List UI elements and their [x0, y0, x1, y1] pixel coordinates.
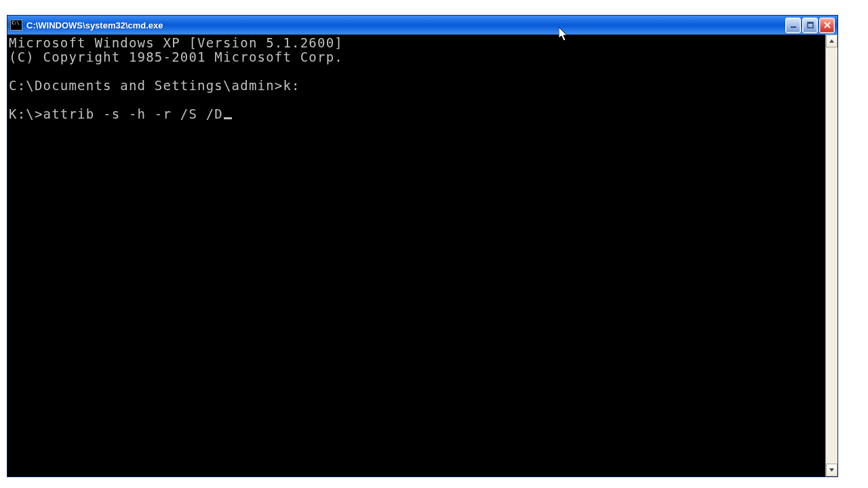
- terminal-input[interactable]: attrib -s -h -r /S /D: [43, 106, 223, 121]
- terminal-line: Microsoft Windows XP [Version 5.1.2600]: [9, 36, 824, 50]
- titlebar[interactable]: C:\ C:\WINDOWS\system32\cmd.exe: [7, 16, 837, 35]
- cmd-window: C:\ C:\WINDOWS\system32\cmd.exe Microsof…: [7, 15, 838, 477]
- close-button[interactable]: [819, 18, 835, 33]
- terminal-line: (C) Copyright 1985-2001 Microsoft Corp.: [9, 50, 824, 64]
- scroll-down-button[interactable]: [826, 464, 837, 476]
- window-controls: [785, 18, 835, 33]
- window-title: C:\WINDOWS\system32\cmd.exe: [26, 20, 785, 30]
- terminal-output[interactable]: Microsoft Windows XP [Version 5.1.2600](…: [7, 35, 825, 476]
- scrollbar-track[interactable]: [826, 47, 837, 464]
- terminal-line: [9, 93, 824, 107]
- terminal-line: [9, 64, 824, 79]
- terminal-line: C:\Documents and Settings\admin>k:: [9, 79, 824, 93]
- terminal-prompt: K:\>: [9, 106, 43, 121]
- terminal-active-line[interactable]: K:\>attrib -s -h -r /S /D: [9, 107, 824, 121]
- vertical-scrollbar[interactable]: [825, 35, 837, 476]
- terminal-cursor: [224, 117, 232, 119]
- client-area: Microsoft Windows XP [Version 5.1.2600](…: [7, 35, 837, 476]
- maximize-button[interactable]: [802, 18, 818, 33]
- minimize-button[interactable]: [785, 18, 801, 33]
- svg-rect-0: [791, 26, 796, 28]
- scroll-up-button[interactable]: [826, 35, 837, 47]
- svg-rect-2: [808, 22, 813, 24]
- cmd-icon: C:\: [10, 20, 22, 30]
